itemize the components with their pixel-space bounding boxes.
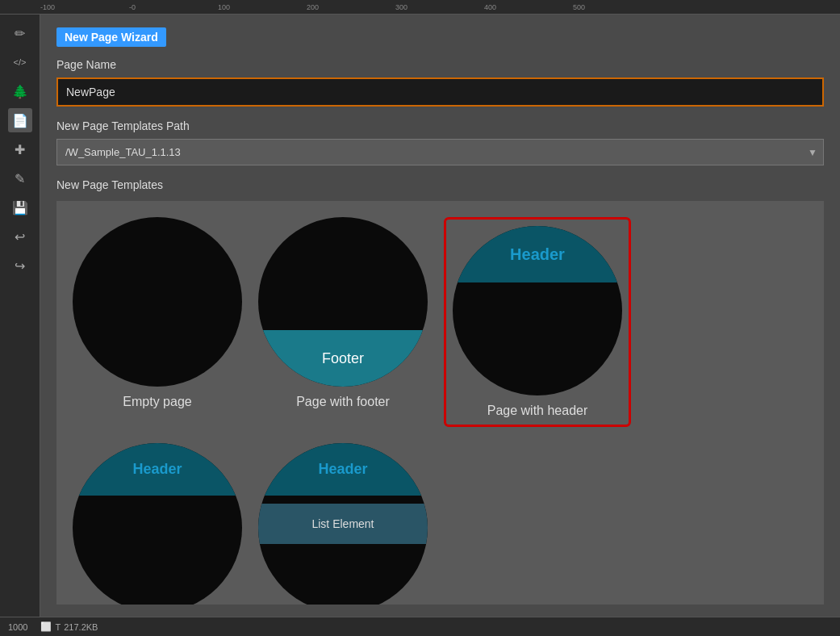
template-header-list[interactable]: Header	[73, 443, 242, 605]
pencil-icon[interactable]: ✏	[8, 21, 32, 45]
save-icon[interactable]: 💾	[8, 195, 32, 220]
page-icon[interactable]: 📄	[8, 108, 32, 132]
plus-icon[interactable]: ✚	[8, 137, 32, 161]
tag-icon[interactable]: ✎	[8, 166, 32, 190]
template-empty-label: Empty page	[123, 395, 191, 409]
layers-icon[interactable]: 🌲	[8, 79, 32, 103]
code-icon[interactable]: </>	[8, 50, 32, 74]
redo-icon[interactable]: ↪	[8, 253, 32, 278]
template-footer-label: Page with footer	[296, 395, 390, 409]
undo-icon[interactable]: ↩	[8, 224, 32, 249]
ruler: -100 -0 100 200 300 400 500	[0, 0, 840, 15]
coords-display: 1000	[8, 622, 27, 632]
templates-label: New Page Templates	[56, 178, 824, 191]
page-name-label: Page Name	[56, 58, 824, 71]
footer-segment: Footer	[258, 330, 428, 387]
template-header-label: Page with header	[487, 404, 588, 418]
wizard-title: New Page Wizard	[56, 27, 166, 47]
header-segment: Header	[453, 226, 622, 282]
file-size-display: ⬜ T 217.2KB	[40, 621, 98, 632]
template-empty[interactable]: Empty page	[73, 217, 242, 427]
templates-path-wrapper: /W_Sample_TAU_1.1.13 ▼	[56, 139, 824, 165]
wizard-panel: New Page Wizard Page Name New Page Templ…	[40, 15, 840, 617]
page-name-input[interactable]	[56, 77, 824, 107]
sidebar: ✏ </> 🌲 📄 ✚ ✎ 💾 ↩ ↪	[0, 15, 40, 617]
templates-grid: Empty page Footer Page with footer Heade…	[56, 201, 824, 605]
status-bar: 1000 ⬜ T 217.2KB	[0, 617, 840, 636]
templates-section: New Page Templates Empty page Footer Pag…	[56, 178, 824, 605]
template-header-list2[interactable]: Header List Element	[258, 443, 428, 605]
templates-path-label: New Page Templates Path	[56, 119, 824, 132]
template-header[interactable]: Header Page with header	[444, 217, 631, 427]
template-footer[interactable]: Footer Page with footer	[258, 217, 428, 427]
templates-path-select[interactable]: /W_Sample_TAU_1.1.13	[56, 139, 824, 165]
